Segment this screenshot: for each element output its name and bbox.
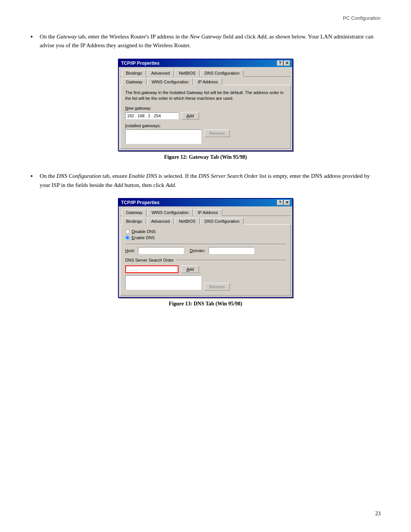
host-label: Host:	[125, 248, 135, 253]
close-button-2[interactable]: ✕	[284, 200, 290, 205]
dns-search-divider	[176, 260, 286, 260]
page-header: PC Configuration	[30, 15, 381, 21]
figure-1-caption: Figure 12: Gateway Tab (Win 95/98)	[164, 154, 247, 160]
titlebar-2: TCP/IP Properties ? ✕	[119, 199, 292, 206]
enable-dns-label: Enable DNS	[132, 235, 155, 240]
close-button-1[interactable]: ✕	[284, 61, 290, 66]
tab-ip-address-1[interactable]: IP Address	[194, 78, 222, 85]
remove-gateway-button[interactable]: Remove	[204, 129, 230, 137]
tcpip-dialog-2: TCP/IP Properties ? ✕ Gateway WINS Confi…	[118, 198, 293, 298]
help-button-2[interactable]: ?	[277, 200, 283, 205]
tcpip-dialog-1: TCP/IP Properties ? ✕ Bindings Advanced …	[118, 59, 293, 152]
tabs-row2-2: Bindings Advanced NetBIOS DNS Configurat…	[120, 216, 291, 224]
dns-search-order-label: DNS Server Search Order	[125, 258, 174, 262]
tab-advanced[interactable]: Advanced	[147, 70, 174, 77]
bullet-text-2: On the DNS Configuration tab, ensure Ena…	[40, 172, 381, 190]
enable-dns-radio[interactable]	[125, 235, 130, 240]
tabs-area-2: Gateway WINS Configuration IP Address Bi…	[119, 206, 292, 224]
tab-dns-config-active[interactable]: DNS Configuration	[201, 218, 244, 225]
dns-list[interactable]	[125, 275, 201, 290]
new-gateway-input[interactable]	[125, 112, 178, 119]
tabs-row1-2: Gateway WINS Configuration IP Address	[120, 206, 291, 216]
italic-add-1: Add	[257, 34, 266, 40]
figure-2-caption: Figure 13: DNS Tab (Win 95/98)	[169, 301, 242, 307]
bullet-item-1: • On the Gateway tab, enter the Wireless…	[30, 32, 381, 50]
installed-gateways-list[interactable]	[125, 129, 201, 144]
dns-ip-row: Add	[125, 265, 286, 273]
titlebar-1: TCP/IP Properties ? ✕	[119, 59, 292, 67]
bullet-section-1: • On the Gateway tab, enter the Wireless…	[30, 32, 381, 160]
dialog-content-2: Disable DNS Enable DNS Host: Domain:	[120, 224, 291, 296]
disable-dns-item: Disable DNS	[125, 229, 286, 234]
host-domain-row: Host: Domain:	[125, 247, 286, 254]
titlebar-buttons-2: ? ✕	[277, 200, 290, 205]
add-dns-button[interactable]: Add	[182, 265, 199, 273]
tab-netbios-2[interactable]: NetBIOS	[175, 218, 199, 225]
tab-bindings[interactable]: Bindings	[122, 70, 146, 77]
disable-dns-label: Disable DNS	[132, 229, 156, 234]
tab-wins-config-1[interactable]: WINS Configuration	[147, 78, 193, 85]
dns-search-order-section: DNS Server Search Order	[125, 258, 286, 262]
domain-input[interactable]	[209, 247, 254, 254]
italic-add-3: Add	[166, 182, 175, 188]
enable-dns-item: Enable DNS	[125, 235, 286, 240]
tabs-row2-1: Gateway WINS Configuration IP Address	[120, 76, 291, 85]
tab-gateway-2[interactable]: Gateway	[122, 209, 147, 216]
italic-enable-dns: Enable DNS	[129, 173, 157, 179]
bullet-dot-1: •	[30, 33, 33, 41]
remove-dns-button[interactable]: Remove	[204, 283, 230, 291]
bullet-text-1: On the Gateway tab, enter the Wireless R…	[40, 32, 381, 50]
italic-dns-config: DNS Configuration	[56, 173, 101, 179]
dns-ip-input[interactable]	[125, 265, 178, 273]
tab-bindings-2[interactable]: Bindings	[122, 218, 146, 225]
bullet-item-2: • On the DNS Configuration tab, ensure E…	[30, 172, 381, 190]
tab-advanced-2[interactable]: Advanced	[147, 218, 174, 225]
bullet-dot-2: •	[30, 173, 33, 181]
new-gateway-label: New gateway:	[125, 106, 286, 110]
figure-1-container: TCP/IP Properties ? ✕ Bindings Advanced …	[30, 59, 381, 161]
italic-add-2: Add	[114, 182, 123, 188]
add-gateway-button[interactable]: Add	[182, 112, 199, 120]
italic-new-gateway: New Gateway	[190, 34, 221, 40]
dns-divider	[125, 244, 286, 244]
tab-gateway-active[interactable]: Gateway	[122, 78, 147, 85]
tabs-row1-1: Bindings Advanced NetBIOS DNS Configurat…	[120, 67, 291, 77]
tab-ip-address-2[interactable]: IP Address	[194, 209, 222, 216]
tab-wins-config-2[interactable]: WINS Configuration	[147, 209, 193, 216]
figure-2-container: TCP/IP Properties ? ✕ Gateway WINS Confi…	[30, 198, 381, 307]
help-button-1[interactable]: ?	[277, 61, 283, 66]
dns-radio-group: Disable DNS Enable DNS	[125, 229, 286, 240]
new-gateway-row: Add	[125, 112, 286, 120]
page-header-text: PC Configuration	[343, 15, 381, 21]
gateway-info-text: The first gateway in the Installed Gatew…	[125, 90, 286, 102]
dialog-content-1: The first gateway in the Installed Gatew…	[120, 85, 291, 149]
host-input[interactable]	[138, 247, 184, 254]
tabs-area-1: Bindings Advanced NetBIOS DNS Configurat…	[119, 67, 292, 85]
disable-dns-radio[interactable]	[125, 229, 130, 234]
titlebar-buttons-1: ? ✕	[277, 61, 290, 66]
dialog-title-2: TCP/IP Properties	[121, 200, 159, 205]
tab-dns-config-1[interactable]: DNS Configuration	[201, 70, 244, 77]
bullet-section-2: • On the DNS Configuration tab, ensure E…	[30, 172, 381, 307]
dialog-title-1: TCP/IP Properties	[121, 61, 159, 66]
italic-gateway: Gateway	[56, 34, 76, 40]
italic-dns-search-order: DNS Server Search Order	[199, 173, 258, 179]
installed-gateways-row: Remove	[125, 129, 286, 144]
installed-gateways-label: Installed gateways:	[125, 123, 286, 128]
dns-list-row: Remove	[125, 275, 286, 291]
page-number: 23	[375, 511, 381, 517]
tab-netbios[interactable]: NetBIOS	[175, 70, 199, 77]
domain-label: Domain:	[190, 248, 206, 253]
